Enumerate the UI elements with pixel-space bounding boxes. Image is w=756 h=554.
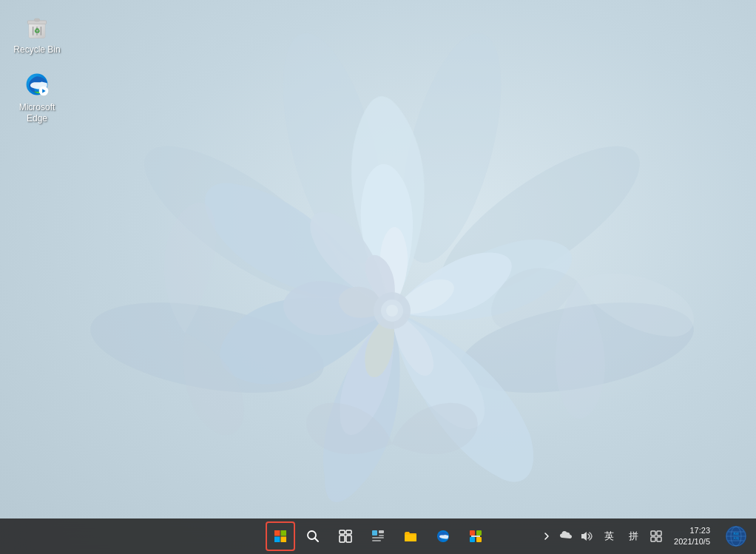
- taskbar-center: [266, 521, 490, 551]
- language-text: 英: [601, 528, 617, 544]
- ime-text: 拼: [626, 528, 641, 544]
- clock-time: 17:23: [674, 525, 710, 536]
- edge-label: Microsoft Edge: [10, 102, 64, 124]
- edge-image: [22, 70, 52, 99]
- recycle-bin-icon[interactable]: ♻ Recycle Bin: [7, 7, 67, 59]
- svg-rect-23: [274, 537, 280, 543]
- task-view-button[interactable]: [331, 521, 360, 551]
- svg-rect-45: [657, 537, 661, 541]
- microsoft-edge-icon[interactable]: Microsoft Edge: [7, 65, 67, 128]
- svg-rect-38: [476, 530, 482, 536]
- widgets-button[interactable]: [363, 521, 393, 551]
- edge-taskbar-button[interactable]: [428, 521, 458, 551]
- svg-text:天地: 天地: [733, 536, 739, 540]
- file-explorer-button[interactable]: [396, 521, 425, 551]
- desktop: ♻ Recycle Bin: [0, 0, 756, 554]
- recycle-bin-image: ♻: [22, 12, 52, 41]
- svg-rect-41: [471, 536, 480, 537]
- desktop-icons: ♻ Recycle Bin: [7, 7, 67, 128]
- svg-rect-30: [346, 536, 351, 542]
- branding-logo[interactable]: 系统 天地: [722, 522, 750, 550]
- start-button[interactable]: [266, 521, 295, 551]
- wallpaper: [0, 0, 756, 554]
- sound-icon[interactable]: [578, 527, 595, 545]
- svg-point-9: [386, 305, 398, 317]
- svg-rect-31: [372, 530, 377, 536]
- ime-indicator[interactable]: 拼: [623, 525, 644, 547]
- svg-rect-44: [651, 537, 655, 541]
- svg-text:系统: 系统: [733, 532, 739, 536]
- svg-rect-24: [281, 537, 287, 543]
- svg-text:♻: ♻: [34, 27, 40, 35]
- svg-rect-27: [340, 530, 345, 534]
- svg-rect-37: [470, 530, 475, 536]
- svg-rect-42: [651, 531, 655, 536]
- svg-rect-22: [281, 530, 287, 536]
- taskbar: 英 拼 17:23 2021/10/5: [0, 518, 756, 554]
- clock-date: 2021/10/5: [674, 536, 710, 547]
- svg-rect-21: [274, 530, 280, 536]
- svg-rect-16: [34, 18, 39, 21]
- language-indicator[interactable]: 英: [598, 525, 620, 547]
- store-button[interactable]: [461, 521, 490, 551]
- notification-button[interactable]: [647, 527, 665, 545]
- svg-rect-32: [379, 530, 384, 533]
- svg-rect-29: [340, 536, 345, 542]
- svg-line-26: [315, 538, 319, 542]
- svg-rect-43: [657, 531, 661, 536]
- show-hidden-icons-button[interactable]: [539, 529, 554, 544]
- taskbar-right: 英 拼 17:23 2021/10/5: [539, 522, 750, 551]
- svg-rect-33: [379, 535, 384, 536]
- recycle-bin-label: Recycle Bin: [13, 44, 60, 55]
- svg-rect-28: [346, 530, 351, 534]
- svg-rect-34: [372, 537, 384, 538]
- svg-rect-39: [470, 537, 475, 542]
- search-button[interactable]: [298, 521, 328, 551]
- system-clock[interactable]: 17:23 2021/10/5: [668, 522, 716, 551]
- network-icon[interactable]: [557, 527, 575, 545]
- svg-rect-40: [476, 537, 482, 542]
- svg-rect-35: [372, 540, 381, 541]
